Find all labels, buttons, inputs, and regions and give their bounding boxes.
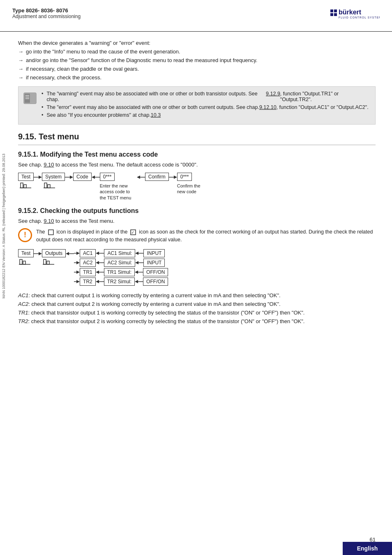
svg-rect-36: [44, 259, 46, 264]
book-icon: [23, 91, 37, 105]
row-arrow-l-tr1: [96, 270, 104, 275]
link-91210[interactable]: 9.12.10: [259, 104, 277, 110]
arrow-text-2: and/or go into the "Sensor" function of …: [26, 57, 257, 63]
sidebar-text: MAN 1000182212 EN Version: A Status: RL …: [0, 41, 7, 411]
svg-rect-10: [25, 97, 29, 97]
svg-marker-64: [135, 280, 138, 283]
flow-box-offon1: OFF/ON: [143, 268, 168, 276]
flow-box-tr1: TR1: [80, 268, 96, 276]
row-arrow-r-tr2: [74, 279, 80, 284]
checkbox-checked-icon: ✓: [130, 229, 136, 235]
device-icon-svg2: [44, 182, 55, 191]
flow-box-tr2simul: TR2 Simul:: [104, 278, 135, 286]
main-content: When the device generates a "warning" or…: [7, 32, 392, 335]
svg-marker-44: [96, 252, 99, 255]
svg-marker-54: [76, 271, 80, 274]
warning-box: ! The icon is displayed in place of the …: [18, 228, 376, 244]
flow-node-system: System: [42, 173, 65, 192]
row-arrow-r-ac1: [74, 251, 80, 256]
svg-rect-28: [48, 230, 53, 235]
checkbox-empty-icon: [48, 229, 54, 235]
link-910-1[interactable]: 9.10: [44, 162, 54, 168]
flow-box-test2: Test: [18, 249, 34, 257]
svg-text:✓: ✓: [131, 230, 134, 235]
arrow-sym: →: [18, 49, 23, 55]
arrow-sym: →: [18, 57, 23, 63]
arrow-text-1: go into the "Info" menu to read the caus…: [26, 49, 180, 55]
flow-label-enter: Enter the new access code to the TEST me…: [100, 183, 137, 201]
svg-rect-9: [25, 95, 29, 96]
svg-rect-37: [47, 261, 49, 264]
arrow-r3: [169, 173, 177, 180]
svg-marker-25: [137, 176, 140, 179]
row-arrow-l2-tr2: [135, 279, 143, 284]
row-arrow-r-tr1: [74, 270, 80, 275]
arrow-item-4: → if necessary, check the process.: [18, 74, 376, 81]
flow-left: Test: [18, 249, 66, 269]
flow-diagram-9151: Test System: [18, 173, 376, 201]
flow-box-ac2simul: AC2 Simul:: [104, 259, 135, 267]
info-icon: [23, 91, 37, 106]
device-icon-svg4: [43, 259, 54, 268]
svg-rect-2: [330, 13, 333, 16]
row-arrow-l-ac2: [96, 260, 104, 265]
svg-marker-62: [96, 280, 99, 283]
header-left: Type 8026- 8036- 8076 Adjustment and com…: [12, 7, 81, 19]
desc-tr1: TR1: check that transistor output 1 is w…: [18, 310, 376, 316]
svg-marker-23: [92, 176, 95, 179]
desc-ac2-text: : check that current output 2 is working…: [28, 301, 280, 307]
svg-marker-42: [76, 252, 80, 255]
arrow-svg5: [169, 175, 177, 180]
device-icon-test: [20, 182, 31, 192]
info-box: The "warning" event may also be associat…: [18, 86, 376, 125]
arrow-r2: [65, 173, 73, 180]
row-arrow-l2-ac2: [135, 260, 143, 265]
arrow-svg3: [92, 175, 100, 180]
svg-rect-8: [30, 94, 35, 103]
arrow-item-1: → go into the "Info" menu to read the ca…: [18, 49, 376, 55]
link-103[interactable]: 10.3: [151, 112, 161, 118]
svg-rect-11: [25, 98, 29, 99]
outputs-row-tr2: TR2 TR2 Simul: OFF/ON: [74, 278, 168, 286]
desc-tr2: TR2: check that transistor output 2 is w…: [18, 318, 376, 324]
desc-ac2-term: AC2: [18, 301, 28, 307]
svg-rect-31: [20, 259, 22, 264]
outputs-row-tr1: TR1 TR1 Simul: OFF/ON: [74, 268, 168, 276]
svg-rect-17: [44, 183, 47, 188]
section-divider-1: [18, 145, 376, 145]
link-9129[interactable]: 9.12.9: [266, 91, 280, 97]
info-bullet-3: See also "If you encounter problems" at …: [42, 112, 369, 118]
svg-rect-32: [23, 261, 25, 264]
flow-box-tr2: TR2: [80, 278, 96, 286]
section-9151-intro: See chap. 9.10 to access the Test menu. …: [18, 162, 376, 168]
device-icon-svg3: [19, 259, 30, 268]
burkert-logo: bürkert FLUID CONTROL SYSTEMS: [330, 7, 380, 26]
svg-marker-60: [76, 280, 80, 283]
flow-box-tr1simul: TR1 Simul:: [104, 268, 135, 276]
info-bullet-2: The "error" event may also be associated…: [42, 104, 369, 110]
svg-marker-35: [39, 252, 42, 255]
flow-node-0star2: 0*** Confirm the new code: [177, 173, 210, 195]
svg-rect-13: [24, 185, 26, 188]
flow-box-confirm: Confirm: [145, 173, 169, 181]
flow-box-ac1: AC1: [80, 249, 96, 257]
descriptions: AC1: check that current output 1 is work…: [18, 292, 376, 324]
arrow-item-3: → if necessary, clean the paddle or the …: [18, 66, 376, 72]
svg-text:bürkert: bürkert: [339, 9, 362, 16]
arrow-l1: [92, 173, 100, 180]
intro-opening: When the device generates a "warning" or…: [18, 40, 376, 46]
section-9152-heading: 9.15.2. Checking the outputs functions: [18, 207, 376, 215]
arrow-svg2: [65, 175, 73, 180]
info-bullet-1: The "warning" event may also be associat…: [42, 91, 369, 102]
flow-box-code: Code: [73, 173, 92, 181]
flow-box-test: Test: [18, 173, 34, 181]
section-9152-intro: See chap. 9.10 to access the Test menu.: [18, 218, 376, 224]
row-arrow-l2-ac1: [135, 251, 143, 256]
svg-rect-3: [334, 13, 337, 16]
flow-box-0star2: 0***: [177, 173, 192, 181]
svg-marker-48: [76, 261, 80, 264]
flow-box-offon2: OFF/ON: [143, 278, 168, 286]
arrow-r4: [34, 249, 42, 256]
link-910-2[interactable]: 9.10: [44, 218, 54, 224]
desc-ac1-text: : check that current output 1 is working…: [28, 292, 280, 298]
